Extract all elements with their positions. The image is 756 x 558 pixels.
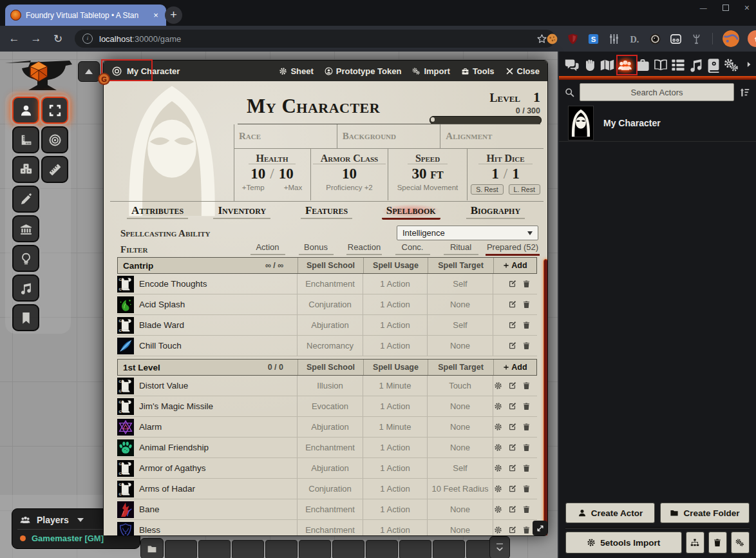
create-folder-button[interactable]: Create Folder bbox=[660, 503, 750, 523]
scroll-spell-icon[interactable]: GG bbox=[117, 460, 134, 477]
sort-collapse-icon[interactable] bbox=[739, 87, 750, 98]
prepare-toggle-icon[interactable] bbox=[494, 526, 502, 534]
ruler-tool[interactable] bbox=[41, 156, 68, 183]
spell-row[interactable]: Animal FriendshipEnchantment1 ActionNone bbox=[117, 438, 537, 458]
sidebar-tab-compendium[interactable] bbox=[706, 57, 721, 73]
lighting-tool[interactable] bbox=[12, 245, 39, 272]
reload-button[interactable]: ↻ bbox=[50, 32, 66, 46]
select-tool[interactable] bbox=[41, 97, 68, 124]
sidebar-tab-tables[interactable] bbox=[670, 57, 686, 73]
tab-biography[interactable]: Biography bbox=[453, 204, 538, 222]
import-button[interactable]: Import bbox=[412, 66, 449, 76]
sliders-icon[interactable] bbox=[608, 33, 620, 45]
drawings-tool[interactable] bbox=[12, 186, 39, 213]
spell-row[interactable]: GGArmor of AgathysAbjuration1 ActionSelf bbox=[117, 458, 537, 479]
sidebar-tab-chat[interactable] bbox=[564, 57, 580, 73]
delete-all-button[interactable] bbox=[708, 532, 727, 553]
scroll-spell-icon[interactable]: GG bbox=[117, 317, 134, 334]
spell-row[interactable]: Chill TouchNecromancy1 ActionNone bbox=[117, 336, 537, 356]
fork-icon[interactable] bbox=[690, 33, 703, 45]
spell-row[interactable]: GGJim's Magic MissileEvocation1 ActionNo… bbox=[117, 396, 537, 417]
sidebar-tab-journal[interactable] bbox=[653, 57, 668, 73]
close-button[interactable]: Close bbox=[506, 66, 540, 76]
sounds-tool[interactable] bbox=[12, 274, 39, 302]
tab-attributes[interactable]: Attributes bbox=[115, 204, 200, 222]
section-slots[interactable]: ∞ / ∞ bbox=[265, 261, 298, 270]
spell-row[interactable]: GGArms of HadarConjuration1 Action10 Fee… bbox=[117, 479, 537, 499]
delete-spell-icon[interactable] bbox=[522, 300, 531, 309]
edit-spell-icon[interactable] bbox=[508, 300, 516, 309]
special-movement-link[interactable]: Special Movement bbox=[397, 184, 458, 191]
create-actor-button[interactable]: Create Actor bbox=[565, 503, 655, 523]
spell-name[interactable]: Armor of Agathys bbox=[139, 463, 206, 473]
health-value[interactable]: 10/10 bbox=[250, 166, 293, 182]
spell-name[interactable]: Alarm bbox=[139, 422, 162, 432]
sidebar-tab-scenes[interactable] bbox=[600, 57, 615, 73]
filter-reaction[interactable]: Reaction bbox=[340, 242, 388, 256]
macro-slot[interactable] bbox=[399, 540, 431, 558]
scroll-spell-icon[interactable]: GG bbox=[117, 481, 134, 497]
edit-spell-icon[interactable] bbox=[508, 505, 516, 514]
delete-spell-icon[interactable] bbox=[522, 485, 531, 493]
hit-dice-box[interactable]: Hit Dice 1/1 S. Rest L. Rest bbox=[467, 149, 543, 200]
edit-spell-icon[interactable] bbox=[508, 464, 516, 472]
spell-row[interactable]: Acid SplashConjuration1 ActionNone bbox=[117, 294, 537, 315]
health-subtext[interactable]: +Temp+Max bbox=[242, 184, 302, 191]
sidebar-tab-playlists[interactable] bbox=[688, 57, 704, 73]
token-tool[interactable] bbox=[12, 97, 39, 124]
hexagram-spell-icon[interactable] bbox=[117, 419, 134, 436]
filter-action[interactable]: Action bbox=[243, 242, 292, 256]
spell-name[interactable]: Distort Value bbox=[139, 381, 188, 390]
walls-tool[interactable] bbox=[12, 215, 39, 242]
delete-spell-icon[interactable] bbox=[522, 464, 531, 472]
prepare-toggle-icon[interactable] bbox=[494, 402, 502, 410]
delete-spell-icon[interactable] bbox=[522, 505, 531, 514]
add-spell-button[interactable]: Add bbox=[493, 258, 536, 273]
ublock-shield-icon[interactable] bbox=[567, 33, 579, 45]
scroll-spell-icon[interactable]: GG bbox=[117, 276, 134, 293]
actor-list-item[interactable]: My Character bbox=[559, 104, 756, 142]
scroll-spell-icon[interactable]: GG bbox=[117, 378, 134, 394]
filter-conc[interactable]: Conc. bbox=[388, 242, 437, 256]
spell-name[interactable]: Encode Thoughts bbox=[139, 279, 207, 289]
spell-row[interactable]: GGDistort ValueIllusion1 MinuteTouch bbox=[117, 376, 537, 396]
spell-row[interactable]: BlessEnchantment1 ActionNone bbox=[117, 520, 537, 535]
short-rest-button[interactable]: S. Rest bbox=[471, 184, 503, 195]
prepare-toggle-icon[interactable] bbox=[494, 381, 502, 390]
prepare-toggle-icon[interactable] bbox=[494, 505, 502, 514]
delete-spell-icon[interactable] bbox=[522, 381, 531, 390]
tab-inventory[interactable]: Inventory bbox=[200, 204, 284, 222]
update-button[interactable] bbox=[748, 30, 756, 47]
spell-name[interactable]: Animal Friendship bbox=[139, 443, 209, 452]
filter-bonus[interactable]: Bonus bbox=[292, 242, 340, 256]
controls-collapse-button[interactable] bbox=[78, 61, 100, 82]
spell-name[interactable]: Bane bbox=[139, 505, 160, 514]
settings-button[interactable] bbox=[731, 532, 750, 553]
prepare-toggle-icon[interactable] bbox=[494, 485, 502, 493]
delete-spell-icon[interactable] bbox=[522, 280, 531, 288]
oo-box-icon[interactable] bbox=[670, 33, 682, 45]
sheet-window-header[interactable]: My Character SheetPrototype TokenImportT… bbox=[104, 61, 547, 81]
macro-slot[interactable] bbox=[265, 540, 298, 558]
spell-row[interactable]: BaneEnchantment1 ActionNone bbox=[117, 499, 537, 520]
spell-row[interactable]: GGEncode ThoughtsEnchantment1 ActionSelf bbox=[117, 274, 537, 294]
forward-button[interactable]: → bbox=[28, 32, 44, 45]
feather-spell-icon[interactable] bbox=[117, 338, 134, 354]
5etools-import-button[interactable]: 5etools Import bbox=[565, 532, 682, 553]
spell-name[interactable]: Arms of Hadar bbox=[139, 484, 195, 494]
edit-spell-icon[interactable] bbox=[508, 485, 516, 493]
edit-spell-icon[interactable] bbox=[508, 381, 516, 390]
d-letter-icon[interactable]: D. bbox=[628, 33, 641, 45]
window-maximize-button[interactable] bbox=[723, 5, 729, 11]
spell-name[interactable]: Chill Touch bbox=[139, 341, 182, 351]
edit-spell-icon[interactable] bbox=[508, 402, 516, 410]
window-close-button[interactable]: × bbox=[744, 5, 750, 12]
resize-handle[interactable] bbox=[533, 521, 547, 535]
macro-slot[interactable] bbox=[165, 540, 197, 558]
edit-spell-icon[interactable] bbox=[508, 423, 516, 431]
delete-spell-icon[interactable] bbox=[522, 443, 531, 452]
character-portrait[interactable] bbox=[114, 84, 230, 200]
character-name[interactable]: My Character bbox=[247, 93, 440, 120]
macro-slot[interactable] bbox=[332, 540, 364, 558]
edit-spell-icon[interactable] bbox=[508, 321, 516, 329]
